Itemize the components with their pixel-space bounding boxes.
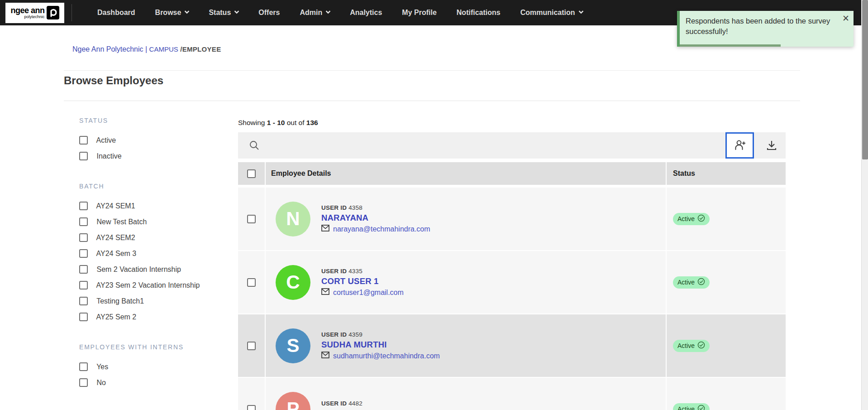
employee-name-link[interactable]: PETER JOHN (321, 409, 376, 410)
nav-menu-item[interactable]: Status (209, 9, 238, 17)
filter-checkbox-row[interactable]: AY24 SEM2 (79, 232, 231, 243)
filter-checkbox-row[interactable]: AY25 Sem 2 (79, 312, 231, 323)
filter-checkbox-row[interactable]: New Test Batch (79, 217, 231, 227)
filter-checkbox[interactable] (79, 265, 88, 274)
filter-checkbox[interactable] (79, 152, 88, 160)
filter-group-interns: EMPLOYEES WITH INTERNS Yes No (79, 343, 231, 388)
download-button[interactable] (761, 135, 782, 156)
page-title: Browse Employees (64, 74, 163, 87)
row-details-cell: S USER ID 4359 SUDHA MURTHI (266, 314, 667, 377)
filter-checkbox[interactable] (79, 233, 88, 242)
divider-top (64, 70, 800, 71)
user-id: USER ID 4359 (321, 331, 440, 338)
filter-option-label: AY24 Sem 3 (96, 250, 137, 257)
nav-menu-item[interactable]: My Profile (402, 9, 436, 17)
breadcrumb-institution[interactable]: Ngee Ann Polytechnic (72, 45, 143, 53)
row-checkbox[interactable] (247, 342, 256, 350)
check-circle-icon (697, 214, 705, 223)
table-body: N USER ID 4358 NARAYANA (238, 188, 786, 410)
nav-item-label: Browse (155, 9, 181, 17)
showing-prefix: Showing (238, 119, 265, 126)
chevron-down-icon (234, 9, 239, 14)
user-id: USER ID 4482 (321, 400, 376, 407)
employee-name-link[interactable]: SUDHA MURTHI (321, 340, 440, 350)
nav-menu-item[interactable]: Communication (520, 9, 583, 17)
select-all-checkbox[interactable] (247, 169, 256, 178)
nav-menu-item[interactable]: Offers (258, 9, 280, 17)
row-details-cell: C USER ID 4335 CORT USER 1 (266, 251, 667, 314)
filter-checkbox[interactable] (79, 313, 88, 321)
table-row[interactable]: C USER ID 4335 CORT USER 1 (238, 251, 786, 314)
showing-range: 1 - 10 (267, 119, 285, 126)
filter-checkbox[interactable] (79, 297, 88, 305)
nav-menu-item[interactable]: Analytics (350, 9, 382, 17)
table-row[interactable]: S USER ID 4359 SUDHA MURTHI (238, 314, 786, 378)
row-checkbox[interactable] (247, 278, 256, 287)
header-status: Status (667, 169, 786, 178)
toast-message: Respondents has been added to the survey… (686, 17, 830, 35)
avatar: P (276, 392, 310, 410)
filter-checkbox-row[interactable]: AY24 SEM1 (79, 201, 231, 212)
add-employee-button[interactable] (725, 132, 754, 159)
table-row[interactable]: P USER ID 4482 PETER JOHN (238, 378, 786, 410)
nav-menu-item[interactable]: Notifications (457, 9, 501, 17)
nav-menu-item[interactable]: Admin (300, 9, 330, 17)
employee-text-block: USER ID 4482 PETER JOHN (321, 400, 376, 410)
nav-menu-item[interactable]: Browse (155, 9, 189, 17)
employee-email[interactable]: cortuser1@gmail.com (321, 288, 404, 297)
row-status-cell: Active (667, 188, 786, 250)
scrollbar-thumb[interactable] (862, 0, 868, 159)
user-id: USER ID 4335 (321, 268, 404, 275)
envelope-icon (321, 352, 329, 360)
employee-text-block: USER ID 4358 NARAYANA (321, 204, 430, 233)
employee-email[interactable]: narayana@techmahindra.com (321, 225, 430, 233)
filter-checkbox-row[interactable]: AY23 Sem 2 Vacation Internship (79, 280, 231, 291)
filter-checkbox-row[interactable]: Testing Batch1 (79, 296, 231, 307)
employee-text-block: USER ID 4359 SUDHA MURTHI (321, 331, 440, 360)
search-bar[interactable] (238, 132, 786, 159)
filter-checkbox[interactable] (79, 378, 88, 387)
filter-option-label: AY24 SEM1 (96, 202, 135, 210)
employee-name-link[interactable]: CORT USER 1 (321, 276, 404, 286)
employee-text-block: USER ID 4335 CORT USER 1 (321, 268, 404, 297)
filter-checkbox-row[interactable]: Sem 2 Vacation Internship (79, 264, 231, 275)
chevron-down-icon (326, 9, 331, 14)
page: ngee ann polytechnic Dashboard Browse (0, 0, 868, 410)
vertical-scrollbar[interactable] (861, 0, 868, 410)
employee-email-text: narayana@techmahindra.com (333, 225, 430, 233)
row-details-cell: N USER ID 4358 NARAYANA (266, 188, 667, 250)
user-id-label: USER ID (321, 400, 347, 407)
logo-mark-icon (47, 6, 59, 19)
filter-checkbox-row[interactable]: Inactive (79, 151, 231, 162)
row-checkbox-cell (238, 314, 266, 377)
filter-checkbox-row[interactable]: Yes (79, 362, 231, 372)
filter-checkbox[interactable] (79, 136, 88, 145)
breadcrumb-section[interactable]: CAMPUS (149, 45, 178, 53)
toast-close-icon[interactable]: ✕ (842, 14, 849, 23)
filter-checkbox[interactable] (79, 362, 88, 371)
row-checkbox[interactable] (247, 405, 256, 410)
filter-checkbox-row[interactable]: No (79, 377, 231, 388)
ngee-ann-logo[interactable]: ngee ann polytechnic (5, 3, 64, 23)
filter-checkbox-row[interactable]: Active (79, 135, 231, 146)
filter-checkbox[interactable] (79, 249, 88, 258)
row-status-cell: Active (667, 314, 786, 377)
user-id-value: 4482 (348, 400, 362, 407)
toast-progress-bar (680, 44, 781, 47)
filter-checkbox-row[interactable]: AY24 Sem 3 (79, 248, 231, 259)
avatar: C (276, 265, 310, 300)
employee-email[interactable]: sudhamurthi@techmahindra.com (321, 352, 440, 360)
filter-checkbox[interactable] (79, 217, 88, 226)
nav-menu-item[interactable]: Dashboard (97, 9, 135, 17)
filter-checkbox[interactable] (79, 281, 88, 289)
status-badge: Active (673, 276, 710, 289)
filter-option-label: Inactive (96, 152, 121, 160)
employee-email-text: cortuser1@gmail.com (333, 289, 404, 297)
filter-group-batch: BATCH AY24 SEM1 New Test Batch (79, 183, 231, 323)
batch-filter-label: BATCH (79, 183, 231, 190)
table-row[interactable]: N USER ID 4358 NARAYANA (238, 188, 786, 251)
row-checkbox[interactable] (247, 215, 256, 223)
employee-name-link[interactable]: NARAYANA (321, 213, 430, 223)
filter-checkbox[interactable] (79, 202, 88, 210)
filter-sidebar: STATUS Active Inactive BATCH (79, 117, 231, 393)
